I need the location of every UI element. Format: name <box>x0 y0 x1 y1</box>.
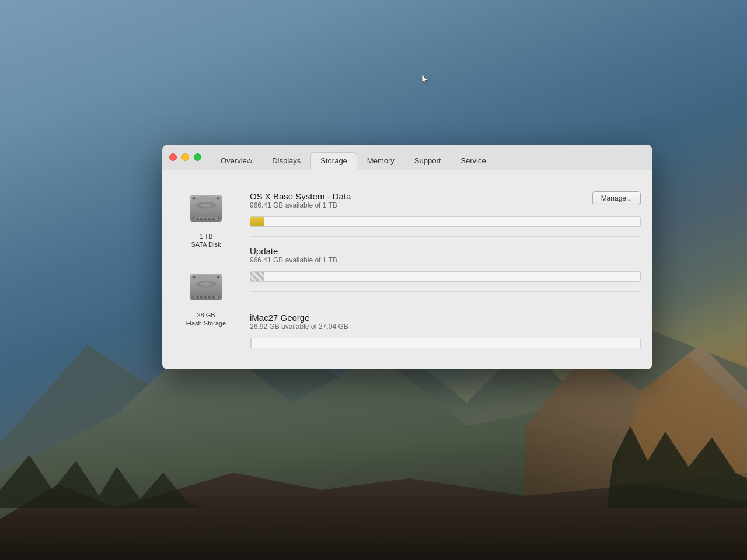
storage-entry-imac27: iMac27 George 26.92 GB available of 27.0… <box>250 303 641 358</box>
svg-point-24 <box>200 282 212 286</box>
progress-bar-os-x-base <box>250 216 641 227</box>
sata-disk-icon <box>186 188 226 229</box>
progress-fill-yellow <box>250 217 264 226</box>
svg-rect-33 <box>208 296 211 299</box>
fullscreen-button[interactable] <box>194 153 201 161</box>
storage-entry-os-x-base: OS X Base System - Data 966.41 GB availa… <box>250 182 641 237</box>
manage-button[interactable]: Manage... <box>592 191 641 205</box>
tab-bar: Overview Displays Storage Memory Support… <box>211 152 645 170</box>
sata-disk-item: 1 TB SATA Disk <box>186 188 226 249</box>
tab-service[interactable]: Service <box>451 152 495 170</box>
progress-fill-striped <box>250 272 264 281</box>
tab-support[interactable]: Support <box>404 152 451 170</box>
svg-rect-17 <box>200 218 203 220</box>
entry-header-imac27: iMac27 George 26.92 GB available of 27.0… <box>250 313 641 335</box>
svg-point-10 <box>200 204 212 207</box>
flash-disk-label: 28 GB Flash Storage <box>186 311 226 328</box>
minimize-button[interactable] <box>181 153 189 161</box>
sata-disk-label: 1 TB SATA Disk <box>191 232 221 249</box>
progress-bar-imac27 <box>250 338 641 348</box>
svg-rect-30 <box>196 296 199 299</box>
entry-name-os-x-base: OS X Base System - Data 966.41 GB availa… <box>250 191 351 214</box>
svg-point-25 <box>193 275 196 278</box>
entry-name-update: Update 966.41 GB available of 1 TB <box>250 246 337 269</box>
svg-rect-18 <box>204 218 207 220</box>
svg-point-11 <box>193 197 196 200</box>
svg-rect-32 <box>204 296 207 299</box>
storage-content-area: OS X Base System - Data 966.41 GB availa… <box>238 182 641 358</box>
tab-displays[interactable]: Displays <box>262 152 310 170</box>
svg-rect-31 <box>200 296 203 299</box>
entry-name-imac27: iMac27 George 26.92 GB available of 27.0… <box>250 313 348 335</box>
progress-fill-empty <box>250 338 252 348</box>
window-body: 1 TB SATA Disk <box>162 170 652 369</box>
svg-rect-19 <box>208 218 211 220</box>
disk-sidebar: 1 TB SATA Disk <box>174 182 238 358</box>
title-bar: Overview Displays Storage Memory Support… <box>162 145 652 170</box>
about-this-mac-window: Overview Displays Storage Memory Support… <box>162 145 652 369</box>
close-button[interactable] <box>169 153 177 161</box>
tab-storage[interactable]: Storage <box>310 152 357 170</box>
entry-header-os-x-base: OS X Base System - Data 966.41 GB availa… <box>250 191 641 214</box>
progress-bar-update <box>250 271 641 282</box>
flash-disk-icon <box>186 267 226 307</box>
svg-point-26 <box>217 275 220 278</box>
storage-entry-update: Update 966.41 GB available of 1 TB <box>250 237 641 292</box>
traffic-lights <box>169 153 201 168</box>
entry-header-update: Update 966.41 GB available of 1 TB <box>250 246 641 269</box>
tab-overview[interactable]: Overview <box>211 152 262 170</box>
svg-rect-16 <box>196 218 199 220</box>
svg-rect-20 <box>212 218 215 220</box>
tab-memory[interactable]: Memory <box>357 152 404 170</box>
flash-disk-item: 28 GB Flash Storage <box>186 267 226 328</box>
svg-rect-34 <box>212 296 215 299</box>
svg-point-12 <box>217 197 220 200</box>
spacer <box>250 292 641 303</box>
